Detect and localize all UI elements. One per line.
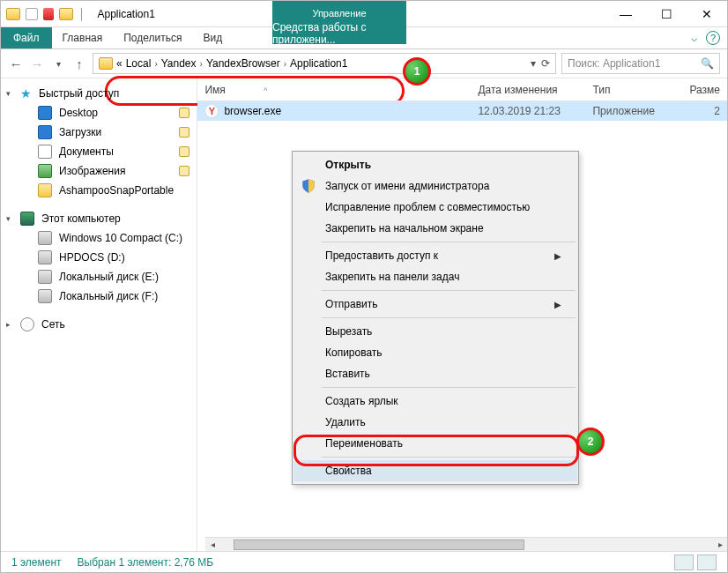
ctx-separator xyxy=(322,387,576,388)
nav-drive[interactable]: HPDOCS (D:) xyxy=(1,248,197,267)
document-icon xyxy=(38,145,52,159)
nav-downloads[interactable]: Загрузки xyxy=(1,123,197,142)
col-name[interactable]: Имя ^ xyxy=(197,84,471,96)
ctx-delete[interactable]: Удалить xyxy=(293,412,577,433)
file-row[interactable]: Y browser.exe 12.03.2019 21:23 Приложени… xyxy=(197,101,727,121)
nav-folder[interactable]: AshampooSnapPortable xyxy=(1,181,197,200)
chevron-down-icon[interactable]: ▾ xyxy=(531,57,536,70)
ctx-paste[interactable]: Вставить xyxy=(293,363,577,384)
file-type: Приложение xyxy=(585,105,682,117)
refresh-icon[interactable]: ⟳ xyxy=(541,57,550,70)
search-placeholder: Поиск: Application1 xyxy=(568,57,660,70)
nav-up-button[interactable]: ↑ xyxy=(71,56,87,71)
minimize-button[interactable]: — xyxy=(605,1,646,26)
status-count: 1 элемент xyxy=(11,556,62,569)
tab-file[interactable]: Файл xyxy=(1,27,52,48)
breadcrumb[interactable]: Application1 xyxy=(290,57,347,70)
horizontal-scrollbar[interactable]: ◂ ▸ xyxy=(205,537,727,551)
expand-icon[interactable]: ▾ xyxy=(6,89,11,98)
search-icon[interactable]: 🔍 xyxy=(701,57,714,70)
breadcrumb[interactable]: Yandex› xyxy=(161,57,203,70)
breadcrumb[interactable]: « Local› xyxy=(116,57,158,70)
sort-icon: ^ xyxy=(264,86,267,95)
nav-documents[interactable]: Документы xyxy=(1,142,197,161)
submenu-arrow-icon: ▶ xyxy=(554,251,561,261)
address-bar[interactable]: « Local› Yandex› YandexBrowser› Applicat… xyxy=(93,53,556,74)
close-button[interactable]: ✕ xyxy=(687,1,727,26)
pin-icon xyxy=(179,127,189,138)
tab-share[interactable]: Поделиться xyxy=(113,27,192,48)
drive-icon xyxy=(38,250,52,264)
ctx-compat[interactable]: Исправление проблем с совместимостью xyxy=(293,197,577,218)
qat-divider: │ xyxy=(78,8,85,20)
ctx-cut[interactable]: Вырезать xyxy=(293,321,577,342)
view-large-button[interactable] xyxy=(697,554,717,570)
nav-pictures[interactable]: Изображения xyxy=(1,161,197,181)
qat-folder-icon[interactable] xyxy=(59,8,73,20)
qat-item[interactable] xyxy=(43,8,54,20)
window-buttons: — ☐ ✕ xyxy=(605,1,727,26)
folder-icon xyxy=(38,183,52,197)
ctx-copy[interactable]: Копировать xyxy=(293,342,577,363)
expand-icon[interactable]: ▾ xyxy=(6,214,11,223)
contextual-tab-label: Управление xyxy=(312,1,366,23)
ctx-pin-start[interactable]: Закрепить на начальном экране xyxy=(293,218,577,239)
scroll-left-icon[interactable]: ◂ xyxy=(205,538,219,552)
col-size[interactable]: Разме xyxy=(682,84,727,96)
window-title: Application1 xyxy=(91,1,155,26)
pin-icon xyxy=(179,108,189,118)
desktop-icon xyxy=(38,106,52,120)
search-input[interactable]: Поиск: Application1 🔍 xyxy=(561,53,720,74)
maximize-button[interactable]: ☐ xyxy=(646,1,687,26)
chevron-down-icon[interactable]: ⌵ xyxy=(691,32,697,44)
submenu-arrow-icon: ▶ xyxy=(554,300,561,309)
ctx-run-as-admin[interactable]: Запуск от имени администратора xyxy=(293,175,577,197)
navigation-pane: ▾★Быстрый доступ Desktop Загрузки Докуме… xyxy=(1,78,197,551)
nav-network[interactable]: ▸Сеть xyxy=(1,315,197,334)
nav-back-button[interactable]: ← xyxy=(8,56,24,71)
ctx-properties[interactable]: Свойства xyxy=(293,460,577,481)
quick-access-toolbar: │ xyxy=(1,1,91,26)
network-icon xyxy=(20,317,34,331)
star-icon: ★ xyxy=(20,87,32,100)
qat-item[interactable] xyxy=(26,8,38,20)
folder-icon xyxy=(6,8,20,20)
nav-this-pc[interactable]: ▾Этот компьютер xyxy=(1,209,197,228)
help-icon[interactable]: ? xyxy=(706,31,720,45)
nav-drive[interactable]: Windows 10 Compact (C:) xyxy=(1,228,197,248)
breadcrumb[interactable]: YandexBrowser› xyxy=(206,57,286,70)
ctx-send-to[interactable]: Отправить▶ xyxy=(293,294,577,315)
scroll-thumb[interactable] xyxy=(234,540,524,550)
context-menu: Открыть Запуск от имени администратора И… xyxy=(292,151,579,485)
ctx-pin-taskbar[interactable]: Закрепить на панели задач xyxy=(293,266,577,287)
file-name: browser.exe xyxy=(224,105,281,117)
nav-drive[interactable]: Локальный диск (E:) xyxy=(1,267,197,286)
ctx-rename[interactable]: Переименовать xyxy=(293,433,577,454)
nav-forward-button[interactable]: → xyxy=(29,56,45,71)
pin-icon xyxy=(179,146,189,157)
tab-view[interactable]: Вид xyxy=(192,27,233,48)
file-size: 2 xyxy=(682,105,727,117)
drive-icon xyxy=(38,289,52,303)
ctx-share-access[interactable]: Предоставить доступ к▶ xyxy=(293,245,577,266)
view-buttons xyxy=(674,554,717,570)
tab-home[interactable]: Главная xyxy=(52,27,114,48)
nav-desktop[interactable]: Desktop xyxy=(1,103,197,123)
ctx-open[interactable]: Открыть xyxy=(293,154,577,175)
shield-icon xyxy=(301,178,316,194)
col-modified[interactable]: Дата изменения xyxy=(471,84,585,96)
expand-icon[interactable]: ▸ xyxy=(6,320,11,329)
nav-drive[interactable]: Локальный диск (F:) xyxy=(1,286,197,306)
col-type[interactable]: Тип xyxy=(585,84,682,96)
ribbon-help: ⌵ ? xyxy=(691,27,727,48)
contextual-tab-sub[interactable]: Средства работы с приложени... xyxy=(272,23,406,44)
ctx-shortcut[interactable]: Создать ярлык xyxy=(293,391,577,412)
nav-quick-access[interactable]: ▾★Быстрый доступ xyxy=(1,84,197,103)
status-bar: 1 элемент Выбран 1 элемент: 2,76 МБ xyxy=(1,551,727,572)
nav-recent-button[interactable]: ▾ xyxy=(50,56,66,71)
ctx-separator xyxy=(322,317,576,318)
ctx-separator xyxy=(322,242,576,242)
address-bar-buttons: ▾ ⟳ xyxy=(531,57,550,70)
scroll-right-icon[interactable]: ▸ xyxy=(713,538,727,552)
view-details-button[interactable] xyxy=(674,554,694,570)
